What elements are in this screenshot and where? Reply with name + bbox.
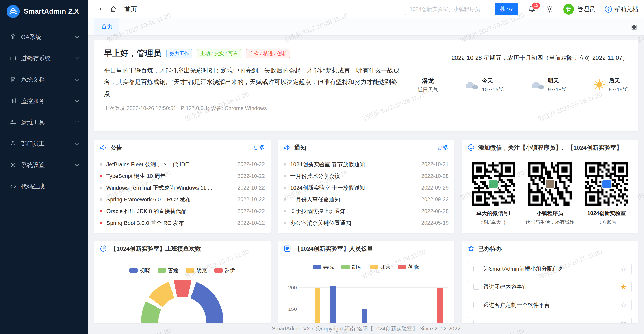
breadcrumb[interactable]: 首页 (124, 5, 137, 13)
bar-开云 (315, 288, 320, 323)
sidebar-item-settings[interactable]: 系统设置 (0, 154, 88, 176)
legend-item[interactable]: 胡克 (342, 264, 362, 271)
legend-label: 胡克 (196, 267, 207, 274)
sidebar-item-docs[interactable]: 系统文档 (0, 69, 88, 90)
more-link[interactable]: 更多 (437, 144, 448, 151)
announcement-item[interactable]: Oracle 推出 JDK 8 的直接替代品2022-10-22 (100, 205, 265, 217)
weather-day-after: 后天 8～19℃ (593, 77, 628, 93)
announcement-item[interactable]: JetBrains Fleet 公测，下一代 IDE2022-10-22 (100, 158, 265, 170)
more-link[interactable]: 更多 (253, 144, 265, 151)
sidebar-item-codegen[interactable]: 代码生成 (0, 176, 88, 197)
weather-day-tomorrow: 明天 9～18℃ (530, 77, 567, 93)
avatar-logo-icon (545, 179, 555, 189)
horn-icon (100, 144, 107, 151)
legend-item[interactable]: 罗伊 (214, 267, 235, 274)
notification-bell-icon[interactable]: 12 (528, 5, 536, 13)
item-date: 2022-05-19 (421, 220, 448, 226)
legend-item[interactable]: 善逸 (313, 264, 334, 271)
todo-item[interactable]: 跟进团建内容事宜 (468, 281, 632, 293)
notification-item[interactable]: 关于疫情防控上班通知2022-06-28 (284, 205, 448, 217)
fish-donut[interactable] (141, 280, 223, 323)
qr-name: 卓大的微信号! (465, 210, 522, 217)
weather-day-name: 后天 (609, 77, 628, 84)
bullet-dot (100, 187, 102, 189)
welcome-card: 早上好，管理员 努力工作 主动 / 皮实 / 可靠 自省 / 精进 / 创新 平… (94, 40, 638, 131)
staff-icon (10, 140, 16, 147)
code-icon (10, 183, 16, 190)
card-title: 【1024创新实验室】上班摸鱼次数 (110, 245, 201, 253)
sidebar-item-monitor[interactable]: 监控服务 (0, 90, 88, 112)
item-date: 2022-10-22 (238, 208, 265, 214)
meal-plot[interactable] (299, 277, 448, 324)
sidebar-item-inventory[interactable]: 进销存系统 (0, 47, 88, 69)
notification-item[interactable]: 十月份人事任命通知2022-09-22 (284, 194, 448, 205)
gear-icon[interactable] (546, 5, 554, 13)
collapse-menu-icon[interactable] (95, 5, 102, 13)
todo-item[interactable] (468, 317, 632, 323)
tag-work-hard: 努力工作 (166, 49, 192, 58)
monitor-icon (10, 98, 16, 104)
star-toggle-icon[interactable] (620, 320, 626, 324)
lab-logo-icon (602, 179, 612, 189)
bullet-dot (284, 222, 286, 224)
item-date: 2022-10-08 (421, 173, 448, 179)
document-icon (10, 76, 16, 83)
logo[interactable]: SmartAdmin 2.X (0, 0, 88, 23)
content-area: 早上好，管理员 努力工作 主动 / 皮实 / 可靠 自省 / 精进 / 创新 平… (88, 36, 644, 334)
todo-item[interactable]: 为SmartAdmin前端小组分配任务 (468, 263, 632, 275)
layout-grid-icon[interactable] (631, 18, 637, 35)
legend-item[interactable]: 初晓 (398, 264, 419, 271)
sidebar-item-staff[interactable]: 部门员工 (0, 133, 88, 154)
todo-checkbox[interactable] (474, 320, 479, 324)
legend-item[interactable]: 善逸 (158, 267, 178, 274)
wechat-logo-icon (488, 179, 498, 189)
sidebar-item-label: 监控服务 (21, 97, 44, 105)
sun-icon (593, 79, 605, 91)
notification-item[interactable]: 十月份技术分享会议2022-10-08 (284, 170, 448, 182)
legend-marker (158, 268, 166, 273)
tab-home[interactable]: 首页 (94, 18, 120, 35)
todo-checkbox[interactable] (474, 284, 479, 290)
qr-name: 1024创新实验室 (578, 210, 634, 217)
notification-badge: 12 (532, 2, 540, 9)
star-toggle-icon[interactable] (620, 284, 626, 290)
notification-item[interactable]: 办公室消杀关键位置通知2022-05-19 (284, 217, 448, 229)
help-link[interactable]: ? 帮助文档 (605, 5, 638, 13)
motivational-quote: 平日里的千锤百炼，才能托举出光彩时刻；逆境中的亮剑、失败后的奋起，才能让梦想成真… (104, 65, 407, 99)
weather-day-temp: 9～18℃ (548, 86, 567, 93)
announcement-item[interactable]: TypeScript 诞生 10 周年2022-10-22 (100, 170, 265, 182)
legend-item[interactable]: 初晓 (129, 267, 150, 274)
item-date: 2022-10-21 (421, 161, 448, 167)
user-menu[interactable]: 管 管理员 (563, 4, 595, 14)
todo-checkbox[interactable] (474, 266, 479, 272)
qr-item: 小镇程序员 代码与生活，还有钱途 (522, 162, 578, 226)
bullet-dot (100, 163, 102, 166)
item-text: Windows Terminal 正式成为 Windows 11 ... (106, 184, 238, 192)
todo-checkbox[interactable] (474, 302, 479, 308)
sidebar-item-ops[interactable]: 运维工具 (0, 112, 88, 133)
star-toggle-icon[interactable] (620, 302, 626, 308)
item-text: 1024创新实验室 十一放假通知 (290, 184, 422, 192)
legend-marker (129, 268, 138, 273)
page-footer: SmartAdmin V2.x @copyright 河南·洛阳【1024创新实… (94, 324, 638, 334)
home-icon[interactable] (110, 5, 117, 13)
chart-legend: 初晓 善逸 胡克 罗伊 (94, 267, 270, 274)
item-date: 2022-09-22 (421, 196, 448, 203)
user-name: 管理员 (577, 5, 595, 13)
weather-day-temp: 10～15℃ (482, 86, 504, 93)
sidebar-item-label: 进销存系统 (21, 54, 51, 62)
search-button[interactable]: 搜 索 (495, 3, 518, 15)
sidebar-item-oa[interactable]: OA系统 (0, 26, 88, 47)
qr-row: 卓大的微信号! 骚扰卓大 :) 小镇程序员 代码与生活，还有钱途 1024创新实… (462, 156, 638, 226)
announcement-item[interactable]: Spring Boot 3.0.0 首个 RC 发布2022-10-22 (100, 217, 265, 229)
legend-item[interactable]: 胡克 (186, 267, 207, 274)
star-toggle-icon[interactable] (620, 266, 626, 272)
notification-item[interactable]: 1024创新实验室 十一放假通知2022-09-29 (284, 182, 448, 194)
legend-item[interactable]: 开云 (370, 264, 391, 271)
todo-item[interactable]: 跟进客户定制一个软件平台 (468, 299, 632, 311)
notification-item[interactable]: 1024创新实验室 春节放假通知2022-10-21 (284, 158, 448, 170)
announcement-item[interactable]: Windows Terminal 正式成为 Windows 11 ...2022… (100, 182, 265, 194)
search-input[interactable] (405, 3, 495, 15)
announcement-item[interactable]: Spring Framework 6.0.0 RC2 发布2022-10-22 (100, 194, 265, 205)
meal-chart-card: 【1024创新实验室】人员饭量 善逸 胡克 开云 初晓 200 150 (278, 241, 454, 324)
